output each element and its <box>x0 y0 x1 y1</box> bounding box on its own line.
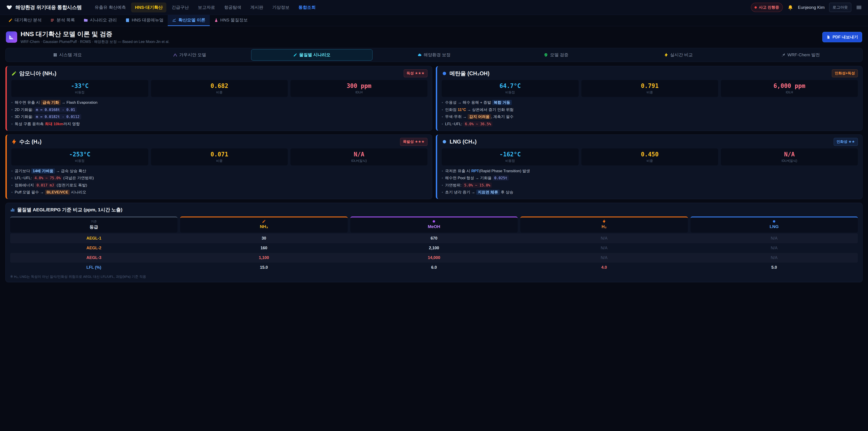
property-bullets: •공기보다 14배 가벼움 → 급속 상승 확산•LFL~UFL: 4.0% ~… <box>11 168 428 195</box>
table-col-label: LNG <box>692 224 857 229</box>
page-header-texts: HNS 대기확산 모델 이론 및 검증 WRF-Chem · Gaussian … <box>21 30 169 44</box>
user-name: Eunjeong Kim <box>798 5 825 10</box>
table-body: AEGL-130670N/AN/AAEGL-21602,100N/AN/AAEG… <box>10 234 858 272</box>
topnav-right: 사고 진행중 Eunjeong Kim 로그아웃 <box>751 3 862 12</box>
topnav-item-1[interactable]: HNS·대기확산 <box>131 2 166 12</box>
bullet-dot-icon: • <box>11 121 13 127</box>
aegl-table-section: 물질별 AEGL/ERPG 기준 비교 (ppm, 1시간 노출) 기준등급NH… <box>5 203 863 282</box>
stat-value: 64.7°C <box>443 83 577 89</box>
table-cell: 4.0 <box>520 263 688 272</box>
subnav-tab-label: HNS 물질정보 <box>220 17 248 23</box>
main-nav: 유출유 확산예측HNS·대기확산긴급구난보고자료항공탐색게시판기상정보통합조회 <box>91 2 320 12</box>
property-bullet: •인화점 11°C → 상온에서 증기 인화 위험 <box>442 107 858 113</box>
brand-logo[interactable]: 해양환경 위기대응 통합시스템 <box>6 4 82 11</box>
subnav-tab-3[interactable]: HNS 대응매뉴얼 <box>121 15 168 26</box>
stat-box: 6,000 ppmIDLH <box>721 80 858 97</box>
section-tab-6[interactable]: WRF-Chem 발전 <box>740 49 861 61</box>
table-cell: N/A <box>690 253 858 263</box>
table-col-header-3: H₂ <box>520 217 688 233</box>
table-row-aegl-1: AEGL-130670N/AN/A <box>10 234 858 243</box>
stat-label: IDLH <box>723 90 856 94</box>
row-label: AEGL-2 <box>10 243 178 253</box>
subnav-tab-2[interactable]: 시나리오 관리 <box>79 15 121 26</box>
topnav-item-5[interactable]: 게시판 <box>246 2 267 12</box>
stat-value: 0.071 <box>153 151 286 158</box>
table-col-label: MeOH <box>352 224 516 229</box>
subnav-tab-1[interactable]: 분석 목록 <box>46 15 79 26</box>
section-tab-2[interactable]: 물질별 시나리오 <box>251 49 373 61</box>
incident-label: 사고 진행중 <box>759 5 779 10</box>
subnav-tab-label: HNS 대응매뉴얼 <box>132 17 163 23</box>
table-cell: 160 <box>180 243 347 253</box>
bullet-text: Puff 모델 필수 → BLEVE/VCE 시나리오 <box>15 190 86 195</box>
bell-icon[interactable] <box>787 4 794 10</box>
topnav-item-4[interactable]: 항공탐색 <box>220 2 245 12</box>
table-col-header-2: MeOH <box>350 217 518 233</box>
stat-value: N/A <box>723 151 856 158</box>
section-tab-4[interactable]: 모델 검증 <box>495 49 617 61</box>
stat-box: 300 ppmIDLH <box>290 80 428 97</box>
bullet-text: 독성 구름 풍하측 최대 10km까지 영향 <box>15 121 80 127</box>
stat-box: 0.071비중 <box>151 149 288 165</box>
stat-box: 0.791비중 <box>581 80 718 97</box>
table-cell: 30 <box>180 234 347 243</box>
card-header: LNG (CH₄)인화성 ★★ <box>442 138 858 146</box>
logout-button[interactable]: 로그아웃 <box>829 3 851 12</box>
row-label: AEGL-1 <box>10 234 178 243</box>
hazard-badge: 인화성+독성 <box>832 69 858 77</box>
stat-label: 비등점 <box>443 90 577 94</box>
bullet-text: 초기 냉각 증기 → 지표면 체류 후 상승 <box>445 190 513 195</box>
subnav-tab-5[interactable]: HNS 물질정보 <box>210 15 252 26</box>
bullet-dot-icon: • <box>11 114 13 120</box>
substance-card-meoh: 메탄올 (CH₃OH)인화성+독성64.7°C비등점0.791비중6,000 p… <box>436 66 863 131</box>
substance-title: 수소 (H₂) <box>19 138 41 145</box>
incident-dot-icon <box>754 6 757 8</box>
bullet-dot-icon: • <box>442 175 443 181</box>
property-bullets: •해수면 유출 시 급속 기화 → Flash Evaporation•2D 기… <box>11 100 428 127</box>
bullet-text: 3D 기화율: m = 0.0182t - 0.0112 <box>15 114 81 120</box>
table-col-label: 등급 <box>11 224 176 230</box>
property-bullets: •수용성 → 해수 용해 + 증발 복합 거동•인화점 11°C → 상온에서 … <box>442 100 858 127</box>
topnav-item-2[interactable]: 긴급구난 <box>168 2 193 12</box>
main-content: 암모니아 (NH₃)독성 ★★★-33°C비등점0.682비중300 ppmID… <box>0 62 868 282</box>
pdf-export-button[interactable]: PDF 내보내기 <box>822 32 862 42</box>
table-cell: 670 <box>350 234 518 243</box>
substance-card-lng: LNG (CH₄)인화성 ★★-162°C비등점0.450비중N/AIDLH(질… <box>436 134 863 199</box>
subnav-tab-0[interactable]: 대기확산 분석 <box>4 15 46 26</box>
property-bullet: •공기보다 14배 가벼움 → 급속 상승 확산 <box>11 168 428 174</box>
section-tab-0[interactable]: 시스템 개요 <box>7 49 128 61</box>
bullet-dot-icon: • <box>11 100 13 105</box>
subnav-tab-4[interactable]: 확산모델 이론 <box>168 15 210 26</box>
table-row-lfl-: LFL (%)15.06.04.05.0 <box>10 263 858 272</box>
pencil-icon <box>8 18 13 22</box>
bullet-text: 가연범위: 5.0% ~ 15.0% <box>445 183 492 188</box>
property-bullet: •LFL~UFL: 4.0% ~ 75.0% (극넓은 가연범위) <box>11 175 428 181</box>
hazard-badge: 인화성 ★★ <box>834 138 858 146</box>
hamburger-menu-icon[interactable] <box>856 4 862 11</box>
top-navbar: 해양환경 위기대응 통합시스템 유출유 확산예측HNS·대기확산긴급구난보고자료… <box>0 0 868 15</box>
table-cell: 6.0 <box>350 263 518 272</box>
substance-card-nh3: 암모니아 (NH₃)독성 ★★★-33°C비등점0.682비중300 ppmID… <box>5 66 432 131</box>
section-tab-label: WRF-Chem 발전 <box>787 52 820 58</box>
topnav-item-0[interactable]: 유출유 확산예측 <box>91 2 130 12</box>
topnav-item-3[interactable]: 보고자료 <box>194 2 219 12</box>
bullet-text: 점화에너지 0.017 mJ (정전기로도 폭발) <box>15 183 87 188</box>
stat-value: -162°C <box>443 151 577 158</box>
table-cell: 5.0 <box>690 263 858 272</box>
table-col-subheading: 기준 <box>11 219 176 223</box>
page-subtitle: WRF-Chem · Gaussian Plume/Puff · ROMS · … <box>21 39 169 44</box>
table-cell: 15.0 <box>180 263 347 272</box>
grid-icon <box>53 53 57 57</box>
stat-label: IDLH(질식) <box>292 159 426 163</box>
stat-value: 0.682 <box>153 83 286 89</box>
table-cell: N/A <box>520 243 688 253</box>
flask-icon <box>214 18 218 22</box>
topnav-item-6[interactable]: 기상정보 <box>268 2 293 12</box>
topnav-item-7[interactable]: 통합조회 <box>294 2 319 12</box>
section-tab-3[interactable]: 해양환경 보정 <box>373 49 495 61</box>
section-tab-1[interactable]: 가우시안 모델 <box>129 49 250 61</box>
circle-icon <box>772 219 776 223</box>
section-tab-5[interactable]: 실시간 비교 <box>618 49 739 61</box>
section-tab-label: 모델 검증 <box>550 52 568 58</box>
table-title-row: 물질별 AEGL/ERPG 기준 비교 (ppm, 1시간 노출) <box>10 207 858 213</box>
